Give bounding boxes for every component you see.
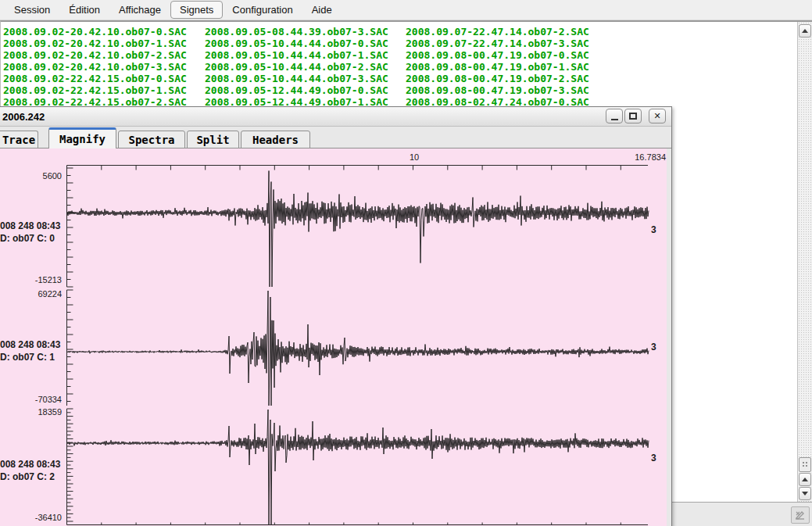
seismogram-plot[interactable]: 10 16.7834 5600-15213008 248 08:43D: ob0…	[0, 148, 667, 526]
tab-split[interactable]: Split	[187, 131, 239, 148]
file-item[interactable]: 2008.09.05-10.44.44.ob07-0.SAC	[205, 38, 388, 49]
menu-aide[interactable]: Aide	[302, 1, 342, 19]
window-titlebar[interactable]: 2006.242 ✕	[0, 107, 671, 127]
file-item[interactable]: 2008.09.02-20.42.10.ob07-2.SAC	[3, 49, 187, 61]
file-item[interactable]: 2008.09.02-20.42.10.ob07-1.SAC	[3, 38, 187, 49]
tab-magnify[interactable]: Magnify	[48, 127, 116, 148]
xaxis-mid-label: 10	[406, 152, 422, 162]
file-item[interactable]: 2008.09.05-08.44.39.ob07-3.SAC	[205, 26, 388, 38]
minimize-icon[interactable]	[606, 109, 623, 123]
yaxis-min-label: -15213	[0, 275, 62, 284]
tab-trace[interactable]: Trace	[0, 131, 38, 148]
file-item[interactable]: 2008.09.05-10.44.44.ob07-3.SAC	[205, 73, 388, 84]
menu-affichage[interactable]: Affichage	[109, 1, 170, 19]
file-column-1: 2008.09.05-08.44.39.ob07-3.SAC2008.09.05…	[205, 26, 388, 108]
file-column-0: 2008.09.02-20.42.10.ob07-0.SAC2008.09.02…	[3, 26, 187, 108]
file-item[interactable]: 2008.09.07-22.47.14.ob07-2.SAC	[406, 26, 589, 38]
file-item[interactable]: 2008.09.02-20.42.10.ob07-0.SAC	[3, 26, 187, 38]
station-time-label: 008 248 08:43	[0, 220, 60, 231]
xaxis-end-label: 16.7834	[621, 152, 666, 162]
yaxis-max-label: 18359	[0, 407, 62, 417]
maximize-icon[interactable]	[624, 109, 642, 123]
station-channel-label: D: ob07 C: 2	[0, 471, 55, 482]
file-item[interactable]: 2008.09.07-22.47.14.ob07-3.SAC	[406, 38, 589, 49]
menu-configuration[interactable]: Configuration	[223, 1, 302, 19]
tab-headers[interactable]: Headers	[241, 131, 310, 148]
file-column-2: 2008.09.07-22.47.14.ob07-2.SAC2008.09.07…	[406, 26, 589, 108]
trace-right-label: 3	[651, 453, 656, 463]
trace-window: 2006.242 ✕ TraceMagnifySpectraSplitHeade…	[0, 106, 672, 526]
close-icon[interactable]: ✕	[649, 109, 666, 123]
file-item[interactable]: 2008.09.05-10.44.44.ob07-1.SAC	[205, 49, 388, 61]
waveform-canvas[interactable]	[0, 148, 667, 526]
yaxis-max-label: 69224	[0, 289, 62, 299]
yaxis-max-label: 5600	[0, 171, 62, 181]
menu-edition[interactable]: Édition	[59, 1, 109, 19]
menu-signets[interactable]: Signets	[170, 1, 223, 19]
file-item[interactable]: 2008.09.05-12.44.49.ob07-0.SAC	[205, 84, 388, 96]
station-time-label: 008 248 08:43	[0, 459, 60, 470]
yaxis-min-label: -36410	[0, 513, 62, 522]
scrollbar-thumb[interactable]	[799, 457, 811, 472]
file-item[interactable]: 2008.09.08-00.47.19.ob07-2.SAC	[406, 73, 589, 84]
file-item[interactable]: 2008.09.08-00.47.19.ob07-1.SAC	[406, 61, 589, 73]
tab-spectra[interactable]: Spectra	[118, 131, 185, 148]
tab-bar: TraceMagnifySpectraSplitHeaders	[0, 127, 671, 148]
corner-tool-icon[interactable]	[791, 506, 810, 524]
file-item[interactable]: 2008.09.02-22.42.15.ob07-0.SAC	[3, 73, 187, 84]
app-root: SessionÉditionAffichageSignetsConfigurat…	[0, 0, 812, 526]
menu-bar: SessionÉditionAffichageSignetsConfigurat…	[0, 0, 812, 20]
station-time-label: 008 248 08:43	[0, 339, 60, 350]
file-item[interactable]: 2008.09.02-22.42.15.ob07-1.SAC	[3, 84, 187, 96]
window-title: 2006.242	[0, 111, 45, 123]
scroll-up-icon[interactable]	[799, 24, 811, 38]
scroll-up-icon[interactable]	[799, 473, 811, 486]
scroll-down-icon[interactable]	[799, 487, 811, 500]
file-item[interactable]: 2008.09.08-00.47.19.ob07-3.SAC	[406, 84, 589, 96]
file-item[interactable]: 2008.09.02-20.42.10.ob07-3.SAC	[3, 61, 187, 73]
station-channel-label: D: ob07 C: 0	[0, 233, 55, 244]
menu-session[interactable]: Session	[5, 1, 59, 19]
trace-right-label: 3	[651, 224, 656, 235]
station-channel-label: D: ob07 C: 1	[0, 352, 55, 363]
file-item[interactable]: 2008.09.05-10.44.44.ob07-2.SAC	[205, 61, 388, 73]
trace-right-label: 3	[651, 342, 656, 352]
yaxis-min-label: -70334	[0, 395, 62, 404]
file-item[interactable]: 2008.09.08-00.47.19.ob07-0.SAC	[406, 49, 589, 61]
file-list-scrollbar[interactable]	[797, 22, 812, 502]
window-controls: ✕	[606, 109, 666, 123]
